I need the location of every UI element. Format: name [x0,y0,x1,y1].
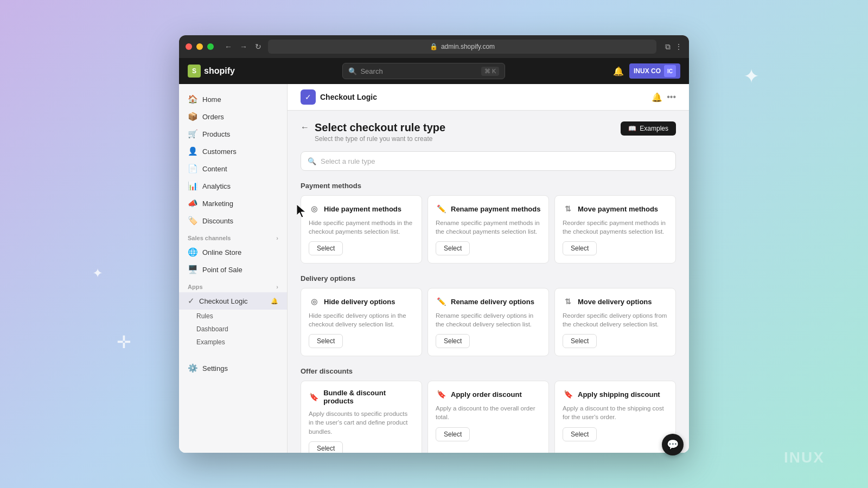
user-badge[interactable]: INUX CO IC [629,63,680,79]
page-header-text: Select checkout rule type Select the typ… [315,121,445,143]
card-title-order-discount: Apply order discount [451,390,522,399]
menu-icon[interactable]: ⋮ [675,42,682,52]
sidebar-label-orders: Orders [202,113,224,121]
section-title-offer_discounts: Offer discounts [301,367,676,375]
sidebar-item-home[interactable]: 🏠 Home [179,91,287,108]
app-header-left: ✓ Checkout Logic [301,89,377,105]
sidebar-item-pos[interactable]: 🖥️ Point of Sale [179,261,287,278]
card-desc-hide-payment: Hide specific payment methods in the che… [309,219,414,236]
select-btn-order-discount[interactable]: Select [436,427,470,441]
sidebar-item-settings[interactable]: ⚙️ Settings [179,359,287,377]
sidebar-item-discounts[interactable]: 🏷️ Discounts [179,212,287,229]
content-icon: 📄 [188,164,198,174]
star-decoration-3: ✛ [117,332,131,352]
select-btn-move-payment[interactable]: Select [563,241,597,255]
page-content: ← Select checkout rule type Select the t… [288,111,689,453]
cards-grid-delivery_options: ◎Hide delivery optionsHide specific deli… [301,288,676,356]
card-title-bundle-discount: Bundle & discount products [323,389,414,405]
sidebar-item-online-store[interactable]: 🌐 Online Store [179,243,287,261]
bell-icon-header[interactable]: 🔔 [652,92,662,102]
select-btn-bundle-discount[interactable]: Select [309,441,343,453]
sidebar-label-home: Home [202,95,221,104]
sections-container: Payment methods◎Hide payment methodsHide… [301,182,676,453]
top-search-bar[interactable]: 🔍 Search ⌘ K [342,63,505,79]
main-content: 🏠 Home 📦 Orders 🛒 Products 👤 Customers 📄 [179,84,689,453]
sidebar-item-analytics[interactable]: 📊 Analytics [179,177,287,195]
card-title-rename-payment: Rename payment methods [451,205,540,213]
select-btn-hide-payment[interactable]: Select [309,241,343,255]
rule-card-rename-payment: ✏️Rename payment methodsRename specific … [427,195,549,264]
card-title-move-delivery: Move delivery options [578,298,652,306]
settings-icon: ⚙️ [188,363,198,373]
sidebar-label-settings: Settings [202,364,228,373]
app-title: Checkout Logic [320,93,377,101]
products-icon: 🛒 [188,129,198,139]
sidebar-label-discounts: Discounts [202,217,233,225]
user-label: INUX CO [634,67,661,75]
bell-icon: 🔔 [271,298,278,305]
card-desc-bundle-discount: Apply discounts to specific products in … [309,409,414,435]
sidebar-label-content: Content [202,165,227,173]
rule-icon-hide-payment: ◎ [309,203,320,214]
rule-search-placeholder: Select a rule type [321,157,375,165]
online-store-icon: 🌐 [188,247,198,257]
nav-forward[interactable]: → [238,41,250,52]
sidebar: 🏠 Home 📦 Orders 🛒 Products 👤 Customers 📄 [179,84,288,453]
card-header-rename-delivery: ✏️Rename delivery options [436,296,541,307]
browser-window: ← → ↻ 🔒 admin.shopify.com ⧉ ⋮ S shopify … [179,35,689,453]
sidebar-item-orders[interactable]: 📦 Orders [179,108,287,125]
sidebar-item-customers[interactable]: 👤 Customers [179,143,287,160]
search-icon: 🔍 [348,67,357,75]
rule-card-hide-payment: ◎Hide payment methodsHide specific payme… [301,195,422,264]
rule-card-move-delivery: ⇅Move delivery optionsReorder specific d… [554,288,676,356]
nav-refresh[interactable]: ↻ [253,41,264,52]
rule-icon-order-discount: 🔖 [436,389,446,400]
card-header-order-discount: 🔖Apply order discount [436,389,541,400]
browser-minimize[interactable] [196,43,203,50]
select-btn-rename-payment[interactable]: Select [436,241,470,255]
rule-card-shipping-discount: 🔖Apply shipping discountApply a discount… [554,381,676,453]
sidebar-sub-examples[interactable]: Examples [179,336,287,349]
card-desc-move-payment: Reorder specific payment methods in the … [563,219,668,236]
section-title-delivery_options: Delivery options [301,274,676,282]
sidebar-item-checkout-logic[interactable]: ✓ Checkout Logic 🔔 [179,292,287,310]
url-text: admin.shopify.com [441,43,495,50]
sidebar-label-pos: Point of Sale [202,266,242,274]
notification-icon[interactable]: 🔔 [613,66,624,76]
sidebar-item-marketing[interactable]: 📣 Marketing [179,195,287,212]
rule-icon-move-payment: ⇅ [563,203,573,214]
section-offer_discounts: Offer discounts🔖Bundle & discount produc… [301,367,676,453]
browser-nav: ← → ↻ [222,41,264,52]
browser-maximize[interactable] [207,43,214,50]
select-btn-shipping-discount[interactable]: Select [563,427,597,441]
sales-channels-chevron: › [276,235,278,241]
cards-grid-payment_methods: ◎Hide payment methodsHide specific payme… [301,195,676,264]
address-bar[interactable]: 🔒 admin.shopify.com [268,40,656,54]
browser-close[interactable] [186,43,192,50]
sidebar-sub-dashboard[interactable]: Dashboard [179,323,287,336]
select-btn-move-delivery[interactable]: Select [563,334,597,348]
sidebar-item-products[interactable]: 🛒 Products [179,125,287,143]
more-icon-header[interactable]: ••• [667,92,676,102]
nav-back[interactable]: ← [222,41,234,52]
card-header-shipping-discount: 🔖Apply shipping discount [563,389,668,400]
card-header-hide-delivery: ◎Hide delivery options [309,296,414,307]
search-text: Search [360,67,382,75]
page-header-left: ← Select checkout rule type Select the t… [301,121,445,143]
extensions-icon[interactable]: ⧉ [665,42,671,52]
select-btn-hide-delivery[interactable]: Select [309,334,343,348]
examples-btn-label: Examples [640,125,668,132]
section-payment_methods: Payment methods◎Hide payment methodsHide… [301,182,676,264]
sidebar-label-analytics: Analytics [202,182,231,190]
star-decoration-2: ✦ [92,266,103,281]
select-btn-rename-delivery[interactable]: Select [436,334,470,348]
chat-button[interactable]: 💬 [662,434,684,455]
sidebar-item-content[interactable]: 📄 Content [179,160,287,177]
rule-card-bundle-discount: 🔖Bundle & discount productsApply discoun… [301,381,422,453]
back-arrow[interactable]: ← [301,123,309,132]
rule-type-search[interactable]: 🔍 Select a rule type [301,151,676,171]
sidebar-sub-rules[interactable]: Rules [179,310,287,323]
card-title-move-payment: Move payment methods [578,205,658,213]
examples-button[interactable]: 📖 Examples [621,121,676,136]
content-panel: ✓ Checkout Logic 🔔 ••• ← Select c [288,84,689,453]
